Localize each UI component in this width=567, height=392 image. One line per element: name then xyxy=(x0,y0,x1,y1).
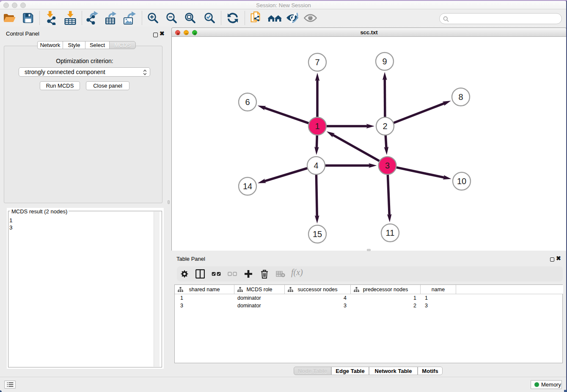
svg-text:6: 6 xyxy=(245,97,250,107)
svg-text:2: 2 xyxy=(383,121,387,131)
svg-text:10: 10 xyxy=(457,177,466,186)
svg-text:9: 9 xyxy=(382,57,387,66)
svg-text:3: 3 xyxy=(385,161,390,170)
svg-text:8: 8 xyxy=(458,92,463,102)
svg-text:4: 4 xyxy=(314,161,318,170)
svg-text:15: 15 xyxy=(313,229,322,239)
svg-text:1: 1 xyxy=(315,121,319,131)
svg-text:11: 11 xyxy=(386,228,395,237)
svg-text:14: 14 xyxy=(243,182,252,191)
svg-text:7: 7 xyxy=(315,58,319,67)
